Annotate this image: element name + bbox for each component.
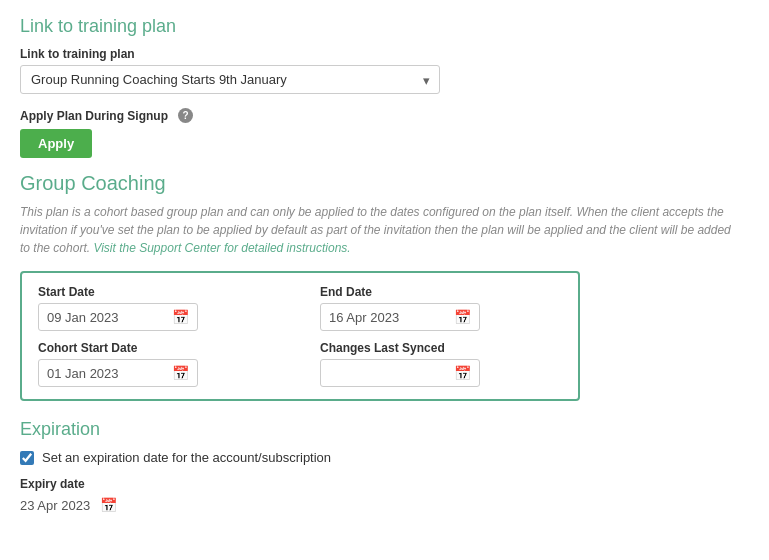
changes-synced-label: Changes Last Synced — [320, 341, 562, 355]
training-plan-select-wrapper: Group Running Coaching Starts 9th Januar… — [20, 65, 440, 94]
expiry-date-value: 23 Apr 2023 — [20, 498, 90, 513]
training-plan-label: Link to training plan — [20, 47, 749, 61]
cohort-start-input[interactable]: 01 Jan 2023 📅 — [38, 359, 198, 387]
end-date-value: 16 Apr 2023 — [329, 310, 448, 325]
changes-synced-calendar-icon[interactable]: 📅 — [454, 365, 471, 381]
expiry-date-label: Expiry date — [20, 477, 749, 491]
end-date-label: End Date — [320, 285, 562, 299]
start-date-label: Start Date — [38, 285, 280, 299]
support-center-link[interactable]: Visit the Support Center for detailed in… — [93, 241, 350, 255]
cohort-start-label: Cohort Start Date — [38, 341, 280, 355]
start-date-section: Start Date 09 Jan 2023 📅 — [38, 285, 280, 331]
link-to-plan-title: Link to training plan — [20, 16, 749, 37]
expiration-checkbox-row: Set an expiration date for the account/s… — [20, 450, 749, 465]
cohort-start-value: 01 Jan 2023 — [47, 366, 166, 381]
changes-synced-section: Changes Last Synced 📅 — [320, 341, 562, 387]
cohort-start-calendar-icon[interactable]: 📅 — [172, 365, 189, 381]
start-date-value: 09 Jan 2023 — [47, 310, 166, 325]
expiration-checkbox-label: Set an expiration date for the account/s… — [42, 450, 331, 465]
dates-box: Start Date 09 Jan 2023 📅 End Date 16 Apr… — [20, 271, 580, 401]
end-date-section: End Date 16 Apr 2023 📅 — [320, 285, 562, 331]
apply-button[interactable]: Apply — [20, 129, 92, 158]
apply-plan-label: Apply Plan During Signup — [20, 109, 168, 123]
cohort-start-section: Cohort Start Date 01 Jan 2023 📅 — [38, 341, 280, 387]
end-date-calendar-icon[interactable]: 📅 — [454, 309, 471, 325]
expiry-date-wrapper: 23 Apr 2023 📅 — [20, 497, 749, 513]
changes-synced-input[interactable]: 📅 — [320, 359, 480, 387]
help-icon[interactable]: ? — [178, 108, 193, 123]
expiration-title: Expiration — [20, 419, 749, 440]
end-date-input[interactable]: 16 Apr 2023 📅 — [320, 303, 480, 331]
group-coaching-title: Group Coaching — [20, 172, 749, 195]
expiration-checkbox[interactable] — [20, 451, 34, 465]
coaching-note: This plan is a cohort based group plan a… — [20, 203, 740, 257]
expiry-calendar-icon[interactable]: 📅 — [100, 497, 117, 513]
start-date-input[interactable]: 09 Jan 2023 📅 — [38, 303, 198, 331]
training-plan-select[interactable]: Group Running Coaching Starts 9th Januar… — [20, 65, 440, 94]
apply-plan-row: Apply Plan During Signup ? — [20, 108, 749, 123]
start-date-calendar-icon[interactable]: 📅 — [172, 309, 189, 325]
